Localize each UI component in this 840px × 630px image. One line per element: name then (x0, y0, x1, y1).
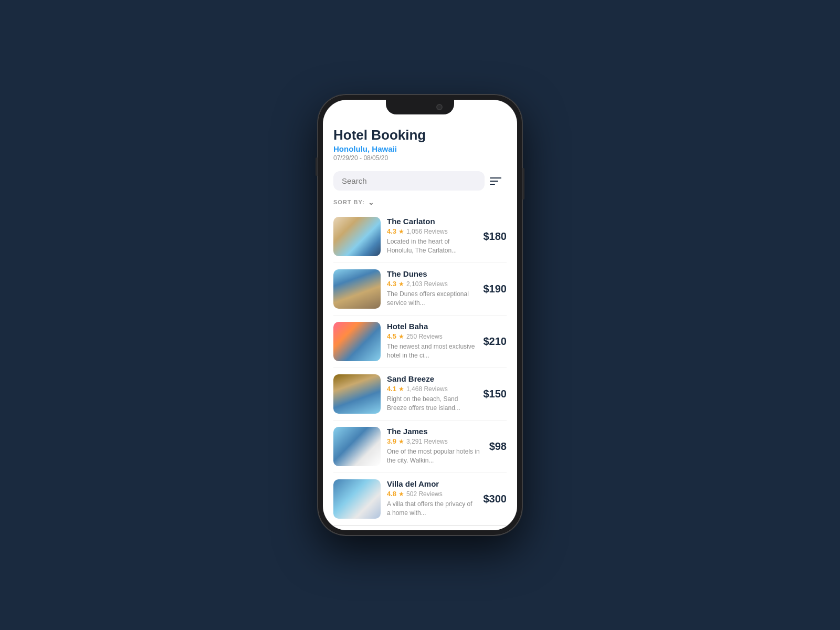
rating-number-sandbreeze: 4.1 (387, 385, 396, 393)
phone-frame: Hotel Booking Honolulu, Hawaii 07/29/20 … (318, 94, 522, 536)
hotel-desc-dunes: The Dunes offers exceptional service wit… (387, 290, 477, 308)
hotel-info-james: The James 3.9 ★ 3,291 Reviews One of the… (387, 427, 483, 465)
star-icon-carlaton: ★ (398, 228, 404, 235)
search-input[interactable] (342, 176, 476, 185)
rating-number-dunes: 4.3 (387, 280, 396, 288)
sort-label: SORT BY: (333, 199, 365, 205)
hotel-image-baha (333, 322, 381, 361)
bottom-nav (323, 526, 517, 530)
rating-row-james: 3.9 ★ 3,291 Reviews (387, 437, 483, 445)
phone-notch (386, 100, 454, 114)
hotel-name-james: The James (387, 427, 483, 436)
hotel-name-sandbreeze: Sand Breeze (387, 374, 477, 383)
app-header: Hotel Booking Honolulu, Hawaii 07/29/20 … (323, 119, 517, 166)
notch-camera (436, 104, 443, 110)
hotel-price-james: $98 (489, 440, 507, 453)
hotel-info-sandbreeze: Sand Breeze 4.1 ★ 1,468 Reviews Right on… (387, 374, 477, 413)
rating-number-carlaton: 4.3 (387, 227, 396, 235)
hotel-name-dunes: The Dunes (387, 269, 477, 278)
screen-content: Hotel Booking Honolulu, Hawaii 07/29/20 … (323, 100, 517, 530)
star-icon-villa: ★ (398, 490, 404, 498)
hotel-desc-sandbreeze: Right on the beach, Sand Breeze offers t… (387, 395, 477, 413)
hotel-image-villa (333, 479, 381, 519)
hotel-img-inner-james (333, 427, 381, 466)
sort-row[interactable]: SORT BY: ⌄ (323, 196, 517, 211)
rating-row-sandbreeze: 4.1 ★ 1,468 Reviews (387, 385, 477, 393)
hotel-info-carlaton: The Carlaton 4.3 ★ 1,056 Reviews Located… (387, 217, 477, 255)
app-title: Hotel Booking (333, 127, 507, 143)
filter-line-3 (490, 184, 495, 185)
rating-row-baha: 4.5 ★ 250 Reviews (387, 332, 477, 340)
hotel-price-baha: $210 (484, 335, 507, 348)
review-count-sandbreeze: 1,468 Reviews (406, 385, 448, 393)
hotel-item-carlaton[interactable]: The Carlaton 4.3 ★ 1,056 Reviews Located… (333, 211, 507, 263)
hotel-desc-james: One of the most popular hotels in the ci… (387, 447, 483, 465)
rating-number-villa: 4.8 (387, 490, 396, 498)
hotel-image-carlaton (333, 217, 381, 256)
hotel-desc-baha: The newest and most exclusive hotel in t… (387, 342, 477, 360)
hotel-image-dunes (333, 269, 381, 309)
hotel-price-villa: $300 (484, 493, 507, 505)
star-icon-baha: ★ (398, 333, 404, 340)
hotel-item-james[interactable]: The James 3.9 ★ 3,291 Reviews One of the… (333, 421, 507, 473)
review-count-james: 3,291 Reviews (406, 438, 448, 445)
hotel-desc-carlaton: Located in the heart of Honolulu, The Ca… (387, 237, 477, 255)
hotel-image-james (333, 427, 381, 466)
search-input-wrap[interactable] (333, 171, 485, 191)
hotel-info-villa: Villa del Amor 4.8 ★ 502 Reviews A villa… (387, 479, 477, 518)
hotel-image-sandbreeze (333, 374, 381, 414)
search-row (323, 166, 517, 196)
hotel-name-baha: Hotel Baha (387, 322, 477, 331)
star-icon-sandbreeze: ★ (398, 385, 404, 393)
hotel-img-inner-baha (333, 322, 381, 361)
app-location: Honolulu, Hawaii (333, 144, 507, 153)
filter-line-1 (490, 177, 501, 178)
review-count-carlaton: 1,056 Reviews (406, 228, 448, 235)
hotel-list: The Carlaton 4.3 ★ 1,056 Reviews Located… (323, 211, 517, 526)
phone-screen: Hotel Booking Honolulu, Hawaii 07/29/20 … (323, 100, 517, 530)
hotel-item-sandbreeze[interactable]: Sand Breeze 4.1 ★ 1,468 Reviews Right on… (333, 368, 507, 421)
hotel-img-inner-carlaton (333, 217, 381, 256)
hotel-img-inner-dunes (333, 269, 381, 309)
hotel-item-baha[interactable]: Hotel Baha 4.5 ★ 250 Reviews The newest … (333, 316, 507, 368)
rating-row-carlaton: 4.3 ★ 1,056 Reviews (387, 227, 477, 235)
rating-row-villa: 4.8 ★ 502 Reviews (387, 490, 477, 498)
hotel-item-villa[interactable]: Villa del Amor 4.8 ★ 502 Reviews A villa… (333, 473, 507, 526)
hotel-price-sandbreeze: $150 (484, 388, 507, 400)
hotel-price-carlaton: $180 (484, 230, 507, 243)
app-dates: 07/29/20 - 08/05/20 (333, 154, 507, 162)
filter-line-2 (490, 181, 498, 182)
review-count-dunes: 2,103 Reviews (406, 280, 448, 288)
hotel-name-villa: Villa del Amor (387, 479, 477, 488)
hotel-img-inner-sandbreeze (333, 374, 381, 414)
rating-number-baha: 4.5 (387, 332, 396, 340)
rating-row-dunes: 4.3 ★ 2,103 Reviews (387, 280, 477, 288)
sort-chevron-icon: ⌄ (368, 198, 374, 206)
hotel-desc-villa: A villa that offers the privacy of a hom… (387, 500, 477, 518)
hotel-price-dunes: $190 (484, 283, 507, 295)
hotel-item-dunes[interactable]: The Dunes 4.3 ★ 2,103 Reviews The Dunes … (333, 263, 507, 316)
hotel-info-dunes: The Dunes 4.3 ★ 2,103 Reviews The Dunes … (387, 269, 477, 308)
hotel-img-inner-villa (333, 479, 381, 519)
review-count-villa: 502 Reviews (406, 490, 443, 498)
star-icon-james: ★ (398, 438, 404, 445)
review-count-baha: 250 Reviews (406, 333, 443, 340)
hotel-info-baha: Hotel Baha 4.5 ★ 250 Reviews The newest … (387, 322, 477, 360)
star-icon-dunes: ★ (398, 280, 404, 288)
rating-number-james: 3.9 (387, 437, 396, 445)
filter-button[interactable] (490, 173, 507, 190)
hotel-name-carlaton: The Carlaton (387, 217, 477, 226)
